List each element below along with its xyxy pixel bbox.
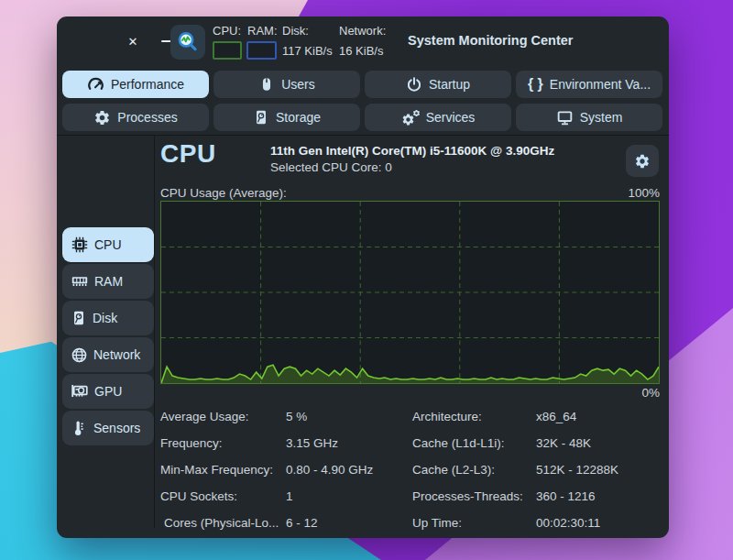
tab-label: Startup	[429, 77, 470, 92]
mouse-icon	[258, 76, 275, 93]
tab-environment-variables[interactable]: { } Environment Va...	[516, 71, 662, 98]
sidebar-item-ram[interactable]: RAM	[62, 264, 154, 299]
harddrive-icon	[71, 310, 87, 326]
stat-label: Architecture:	[412, 410, 482, 423]
tab-system[interactable]: System	[516, 104, 662, 131]
tab-label: Users	[281, 77, 315, 92]
gears-icon	[401, 109, 420, 126]
app-icon-button[interactable]	[170, 25, 205, 60]
gpu-card-icon	[71, 382, 89, 401]
stat-value: 1	[286, 489, 293, 503]
stat-value: 6 - 12	[286, 516, 318, 530]
cpu-usage-chart-canvas	[161, 202, 659, 383]
stat-value: 00:02:30:11	[536, 516, 600, 530]
y-axis-max-label: 100%	[628, 186, 660, 200]
globe-icon	[71, 346, 88, 364]
braces-icon: { }	[528, 76, 543, 93]
stat-label: Processes-Threads:	[412, 489, 523, 503]
tab-processes[interactable]: Processes	[62, 104, 209, 131]
sidebar-item-label: Disk	[93, 311, 117, 325]
window-title: System Monitoring Center	[408, 33, 573, 48]
monitor-icon	[556, 109, 574, 126]
sidebar-item-network[interactable]: Network	[62, 337, 154, 372]
chip-icon	[71, 236, 89, 254]
usage-chart-label: CPU Usage (Average):	[160, 186, 287, 200]
sidebar-item-cpu[interactable]: CPU	[62, 227, 154, 262]
cpu-usage-chart	[160, 201, 660, 384]
sidebar-item-disk[interactable]: Disk	[62, 301, 154, 335]
tab-services[interactable]: Services	[365, 104, 511, 131]
ram-mini-graph	[246, 41, 277, 60]
power-icon	[406, 76, 422, 93]
desktop: ✕ CPU: RAM: Disk: Network: 117 KiB/s 16 …	[0, 0, 733, 560]
close-button[interactable]: ✕	[125, 33, 141, 49]
stat-value: 360 - 1216	[536, 489, 596, 503]
disk-summary-label: Disk:	[282, 24, 309, 38]
sidebar-item-gpu[interactable]: GPU	[62, 374, 154, 409]
cpu-model-text: 11th Gen Intel(R) Core(TM) i5-11600K @ 3…	[270, 144, 554, 158]
selected-core-text: Selected CPU Core: 0	[270, 160, 392, 174]
stat-label: Min-Max Frequency:	[160, 463, 273, 477]
close-icon: ✕	[128, 35, 138, 49]
sidebar-item-label: GPU	[94, 384, 122, 399]
tab-label: Performance	[111, 77, 184, 92]
y-axis-min-label: 0%	[641, 386, 660, 400]
speedometer-icon	[87, 76, 104, 93]
page-title: CPU	[160, 139, 216, 169]
stat-label: Frequency:	[160, 436, 223, 450]
stat-label: Cache (L2-L3):	[412, 463, 495, 477]
thermometer-icon	[71, 420, 88, 437]
stat-value: 512K - 12288K	[536, 463, 618, 477]
tab-label: System	[580, 110, 623, 125]
memory-icon	[71, 272, 89, 291]
tab-label: Processes	[117, 110, 177, 125]
tab-users[interactable]: Users	[213, 71, 360, 98]
sidebar-item-label: RAM	[94, 274, 123, 289]
disk-speed-value: 117 KiB/s	[282, 44, 333, 58]
magnifier-waveform-icon	[176, 30, 200, 54]
stat-label: Average Usage:	[160, 410, 249, 423]
tab-startup[interactable]: Startup	[365, 71, 511, 98]
sidebar-item-label: Network	[93, 347, 140, 362]
tabs-divider	[57, 135, 669, 136]
network-summary-label: Network:	[339, 24, 386, 38]
stat-value: x86_64	[536, 410, 576, 423]
sidebar-item-label: CPU	[94, 237, 122, 252]
tab-label: Environment Va...	[550, 77, 651, 92]
stat-label: Cache (L1d-L1i):	[412, 436, 505, 450]
tab-label: Storage	[276, 110, 321, 125]
cpu-settings-button[interactable]	[626, 145, 659, 177]
stat-label: CPU Sockets:	[160, 489, 237, 503]
system-monitoring-center-window: ✕ CPU: RAM: Disk: Network: 117 KiB/s 16 …	[57, 16, 669, 538]
minimize-icon	[161, 40, 171, 43]
stat-value: 32K - 48K	[536, 436, 591, 450]
stat-value: 5 %	[286, 410, 307, 423]
stat-label: Cores (Physical-Lo...	[164, 516, 279, 530]
sidebar-divider	[154, 136, 155, 528]
gear-icon	[634, 153, 651, 170]
sidebar-item-label: Sensors	[93, 421, 140, 435]
tab-storage[interactable]: Storage	[213, 104, 360, 131]
titlebar[interactable]: ✕ CPU: RAM: Disk: Network: 117 KiB/s 16 …	[57, 16, 669, 70]
cpu-mini-graph	[213, 41, 242, 60]
harddrive-icon	[253, 109, 269, 126]
tab-performance[interactable]: Performance	[62, 71, 209, 98]
cpu-summary-label: CPU:	[213, 24, 241, 38]
stat-value: 3.15 GHz	[286, 436, 338, 450]
ram-summary-label: RAM:	[247, 24, 278, 38]
gear-icon	[93, 109, 111, 126]
sidebar-item-sensors[interactable]: Sensors	[62, 411, 154, 445]
tab-label: Services	[426, 110, 476, 125]
network-speed-value: 16 KiB/s	[339, 44, 383, 58]
stat-label: Up Time:	[412, 516, 462, 530]
stat-value: 0.80 - 4.90 GHz	[286, 463, 373, 477]
